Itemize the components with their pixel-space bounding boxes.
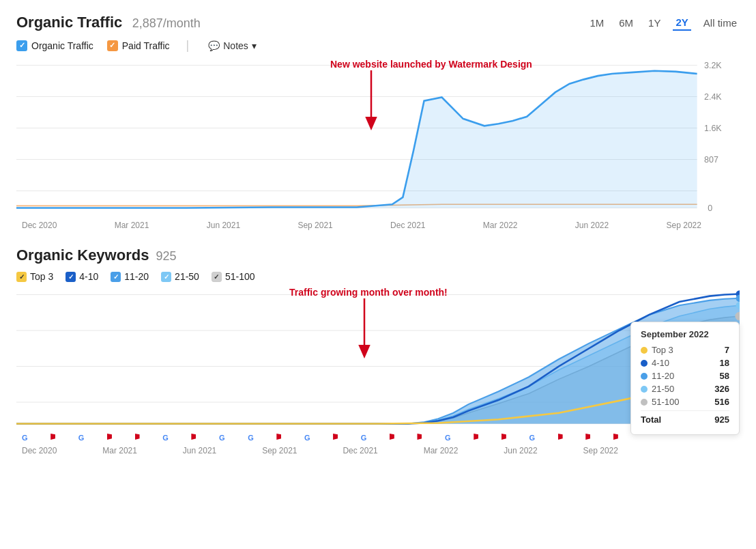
flag-3 — [191, 434, 196, 440]
kw-21-50-checkbox[interactable]: ✓ — [161, 272, 171, 282]
x-label-4: Dec 2021 — [390, 221, 425, 230]
flag-9 — [501, 434, 506, 440]
tooltip-value-4-10: 18 — [720, 358, 729, 368]
tooltip-dot-top3 — [641, 347, 648, 354]
kw-11-20-checkbox[interactable]: ✓ — [111, 272, 121, 282]
kw-x-label-2: Jun 2021 — [183, 446, 216, 455]
flag-10 — [558, 434, 563, 440]
tooltip-row-11-20: 11-20 58 — [641, 371, 729, 381]
notes-chevron-icon: ▾ — [252, 40, 257, 51]
svg-text:807: 807 — [704, 155, 718, 165]
kw-51-100-item: ✓ 51-100 — [212, 271, 255, 282]
traffic-chart-svg: 3.2K 2.4K 1.6K 807 0 — [16, 58, 740, 215]
section1-value: 2,887/month — [132, 16, 201, 30]
tooltip-dot-21-50 — [641, 386, 648, 393]
flag-0 — [50, 434, 55, 440]
kw-11-20-item: ✓ 11-20 — [111, 271, 149, 282]
kw-4-10-label: 4-10 — [79, 271, 98, 282]
organic-check-icon: ✓ — [19, 41, 25, 50]
tooltip-value-21-50: 326 — [714, 384, 729, 394]
google-icon-2: G — [162, 434, 169, 442]
paid-checkbox[interactable]: ✓ — [107, 40, 118, 51]
organic-traffic-section: Organic Traffic 2,887/month 1M 6M 1Y 2Y … — [16, 14, 740, 230]
tooltip-text-4-10: 4-10 — [652, 358, 669, 368]
organic-legend-label: Organic Traffic — [31, 40, 93, 51]
keywords-tooltip: September 2022 Top 3 7 4-10 18 — [630, 322, 740, 435]
tooltip-label-4-10: 4-10 — [641, 358, 669, 368]
paid-legend-item: ✓ Paid Traffic — [107, 40, 170, 51]
google-icon-6: G — [361, 434, 367, 442]
tooltip-text-11-20: 11-20 — [652, 371, 674, 381]
kw-51-100-label: 51-100 — [225, 271, 255, 282]
section1-title: Organic Traffic — [16, 14, 122, 31]
keywords-chart-area: Traffic growing month over month! — [16, 287, 740, 431]
svg-text:3.2K: 3.2K — [704, 61, 722, 70]
x-label-7: Sep 2022 — [667, 221, 701, 230]
kw-top3-checkbox[interactable]: ✓ — [16, 272, 27, 282]
tooltip-total-label: Total — [641, 414, 661, 425]
tooltip-label-11-20: 11-20 — [641, 371, 674, 381]
tooltip-title: September 2022 — [641, 329, 729, 339]
organic-checkbox[interactable]: ✓ — [16, 40, 27, 51]
x-label-3: Sep 2021 — [297, 221, 332, 230]
traffic-chart-area: New website launched by Watermark Design — [16, 58, 740, 215]
kw-x-label-5: Mar 2022 — [424, 446, 459, 455]
section2-header: Organic Keywords 925 — [16, 247, 740, 264]
section2-value: 925 — [156, 249, 176, 264]
paid-check-icon: ✓ — [109, 41, 115, 50]
tooltip-label-51-100: 51-100 — [641, 397, 679, 407]
tooltip-value-11-20: 58 — [720, 371, 729, 381]
svg-text:2.4K: 2.4K — [704, 92, 722, 102]
organic-legend-item: ✓ Organic Traffic — [16, 40, 93, 51]
kw-x-label-3: Sep 2021 — [262, 446, 297, 455]
tooltip-text-top3: Top 3 — [652, 345, 673, 355]
keywords-legend: ✓ Top 3 ✓ 4-10 ✓ 11-20 ✓ 21-50 — [16, 271, 740, 282]
x-label-6: Jun 2022 — [575, 221, 609, 230]
kw-51-100-check-icon: ✓ — [214, 273, 219, 281]
kw-11-20-check-icon: ✓ — [113, 273, 119, 281]
flag-8 — [474, 434, 478, 440]
time-filter-group: 1M 6M 1Y 2Y All time — [587, 15, 740, 31]
tooltip-row-total: Total 925 — [641, 414, 729, 425]
flag-6 — [390, 434, 394, 440]
kw-21-50-check-icon: ✓ — [164, 273, 169, 281]
tooltip-text-21-50: 21-50 — [652, 384, 674, 394]
tooltip-value-top3: 7 — [725, 345, 729, 355]
filter-1m[interactable]: 1M — [587, 16, 607, 30]
kw-top3-label: Top 3 — [30, 271, 53, 282]
kw-21-50-label: 21-50 — [175, 271, 199, 282]
flag-12 — [613, 434, 618, 440]
google-icon-7: G — [445, 434, 451, 442]
kw-21-50-item: ✓ 21-50 — [161, 271, 199, 282]
filter-alltime[interactable]: All time — [701, 16, 740, 30]
flag-4 — [276, 434, 281, 440]
kw-x-label-7: Sep 2022 — [583, 446, 618, 455]
tooltip-total-value: 925 — [714, 414, 729, 425]
legend-divider: | — [186, 38, 190, 53]
traffic-x-labels: Dec 2020 Mar 2021 Jun 2021 Sep 2021 Dec … — [16, 219, 707, 230]
filter-2y[interactable]: 2Y — [673, 15, 690, 31]
filter-6m[interactable]: 6M — [616, 16, 636, 30]
tooltip-label-21-50: 21-50 — [641, 384, 674, 394]
kw-x-label-6: Jun 2022 — [504, 446, 537, 455]
paid-legend-label: Paid Traffic — [122, 40, 170, 51]
kw-51-100-checkbox[interactable]: ✓ — [212, 272, 222, 282]
tooltip-label-top3: Top 3 — [641, 345, 673, 355]
svg-text:1.6K: 1.6K — [704, 124, 722, 133]
kw-4-10-checkbox[interactable]: ✓ — [66, 272, 76, 282]
kw-x-label-0: Dec 2020 — [22, 446, 57, 455]
kw-x-label-4: Dec 2021 — [343, 446, 377, 455]
notes-icon: 💬 — [208, 40, 220, 51]
flag-5 — [333, 434, 338, 440]
filter-1y[interactable]: 1Y — [645, 16, 663, 30]
tooltip-divider — [641, 410, 729, 411]
kw-top3-item: ✓ Top 3 — [16, 271, 53, 282]
organic-keywords-section: Organic Keywords 925 ✓ Top 3 ✓ 4-10 ✓ 11 — [16, 247, 740, 455]
section1-header: Organic Traffic 2,887/month 1M 6M 1Y 2Y … — [16, 14, 740, 31]
flag-1 — [107, 434, 112, 440]
notes-button[interactable]: 💬 Notes ▾ — [205, 39, 259, 53]
tooltip-dot-51-100 — [641, 399, 648, 406]
notes-label: Notes — [223, 40, 248, 51]
tooltip-row-21-50: 21-50 326 — [641, 384, 729, 394]
tooltip-value-51-100: 516 — [714, 397, 729, 407]
